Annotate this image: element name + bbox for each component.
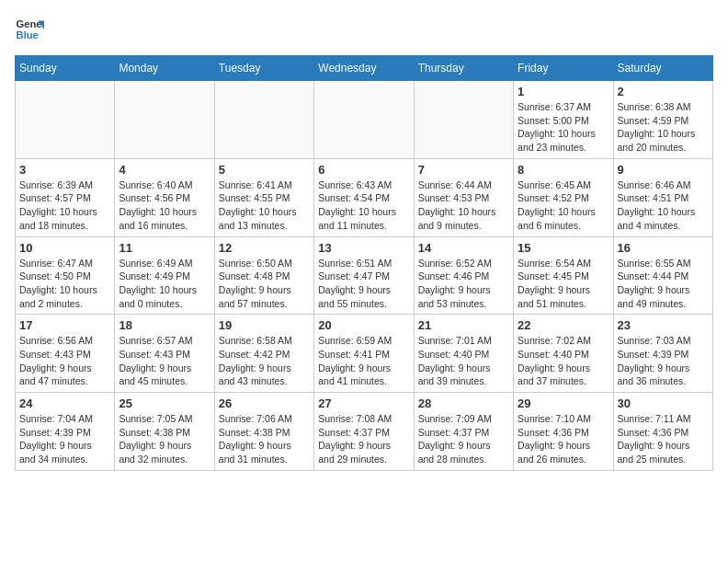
calendar-cell: 4Sunrise: 6:40 AM Sunset: 4:56 PM Daylig… <box>115 158 214 236</box>
calendar-cell: 23Sunrise: 7:03 AM Sunset: 4:39 PM Dayli… <box>613 315 712 393</box>
day-number: 7 <box>418 163 509 177</box>
logo-icon: General Blue <box>15 15 44 44</box>
day-info: Sunrise: 6:57 AM Sunset: 4:43 PM Dayligh… <box>119 334 210 388</box>
calendar-cell: 20Sunrise: 6:59 AM Sunset: 4:41 PM Dayli… <box>314 315 414 393</box>
calendar-cell: 22Sunrise: 7:02 AM Sunset: 4:40 PM Dayli… <box>514 315 613 393</box>
day-number: 4 <box>119 163 210 177</box>
day-number: 11 <box>119 241 210 255</box>
day-info: Sunrise: 7:02 AM Sunset: 4:40 PM Dayligh… <box>518 334 609 388</box>
day-number: 19 <box>219 318 310 332</box>
day-number: 3 <box>19 163 110 177</box>
weekday-header: Thursday <box>414 56 513 81</box>
day-number: 25 <box>119 396 210 410</box>
day-info: Sunrise: 7:04 AM Sunset: 4:39 PM Dayligh… <box>19 412 110 466</box>
calendar-table: SundayMondayTuesdayWednesdayThursdayFrid… <box>15 55 713 471</box>
day-number: 22 <box>518 318 609 332</box>
weekday-header: Sunday <box>16 56 115 81</box>
calendar-week-row: 24Sunrise: 7:04 AM Sunset: 4:39 PM Dayli… <box>16 393 713 471</box>
day-number: 30 <box>618 396 709 410</box>
day-number: 24 <box>19 396 110 410</box>
day-info: Sunrise: 6:43 AM Sunset: 4:54 PM Dayligh… <box>318 178 409 233</box>
calendar-cell: 1Sunrise: 6:37 AM Sunset: 5:00 PM Daylig… <box>514 81 613 159</box>
weekday-header: Friday <box>514 56 613 81</box>
day-number: 6 <box>318 163 409 177</box>
day-number: 23 <box>618 318 709 332</box>
day-info: Sunrise: 7:05 AM Sunset: 4:38 PM Dayligh… <box>119 412 210 466</box>
day-info: Sunrise: 6:49 AM Sunset: 4:49 PM Dayligh… <box>119 257 210 311</box>
day-info: Sunrise: 6:55 AM Sunset: 4:44 PM Dayligh… <box>618 257 709 311</box>
day-number: 10 <box>19 241 110 255</box>
day-number: 16 <box>618 241 709 255</box>
calendar-cell: 24Sunrise: 7:04 AM Sunset: 4:39 PM Dayli… <box>16 393 115 471</box>
day-info: Sunrise: 7:03 AM Sunset: 4:39 PM Dayligh… <box>618 334 709 388</box>
day-number: 18 <box>119 318 210 332</box>
day-info: Sunrise: 6:51 AM Sunset: 4:47 PM Dayligh… <box>318 257 409 311</box>
day-info: Sunrise: 6:59 AM Sunset: 4:41 PM Dayligh… <box>318 334 409 388</box>
calendar-cell: 27Sunrise: 7:08 AM Sunset: 4:37 PM Dayli… <box>314 393 414 471</box>
calendar-cell: 29Sunrise: 7:10 AM Sunset: 4:36 PM Dayli… <box>514 393 613 471</box>
day-number: 20 <box>318 318 409 332</box>
day-info: Sunrise: 7:08 AM Sunset: 4:37 PM Dayligh… <box>318 412 409 466</box>
calendar-cell: 3Sunrise: 6:39 AM Sunset: 4:57 PM Daylig… <box>16 158 115 236</box>
day-info: Sunrise: 6:38 AM Sunset: 4:59 PM Dayligh… <box>618 100 709 155</box>
calendar-cell: 15Sunrise: 6:54 AM Sunset: 4:45 PM Dayli… <box>514 236 613 315</box>
calendar-cell: 25Sunrise: 7:05 AM Sunset: 4:38 PM Dayli… <box>115 393 214 471</box>
calendar-cell: 28Sunrise: 7:09 AM Sunset: 4:37 PM Dayli… <box>414 393 513 471</box>
calendar-cell: 6Sunrise: 6:43 AM Sunset: 4:54 PM Daylig… <box>314 158 414 236</box>
day-info: Sunrise: 6:56 AM Sunset: 4:43 PM Dayligh… <box>19 334 110 388</box>
day-info: Sunrise: 7:11 AM Sunset: 4:36 PM Dayligh… <box>618 412 709 466</box>
day-number: 5 <box>219 163 310 177</box>
day-info: Sunrise: 7:01 AM Sunset: 4:40 PM Dayligh… <box>418 334 509 388</box>
day-info: Sunrise: 6:37 AM Sunset: 5:00 PM Dayligh… <box>518 100 609 155</box>
day-info: Sunrise: 6:44 AM Sunset: 4:53 PM Dayligh… <box>418 178 509 233</box>
calendar-cell <box>115 81 214 159</box>
day-info: Sunrise: 6:54 AM Sunset: 4:45 PM Dayligh… <box>518 257 609 311</box>
day-info: Sunrise: 6:47 AM Sunset: 4:50 PM Dayligh… <box>19 257 110 311</box>
calendar-cell: 26Sunrise: 7:06 AM Sunset: 4:38 PM Dayli… <box>214 393 313 471</box>
day-number: 2 <box>618 85 709 98</box>
weekday-header: Saturday <box>613 56 712 81</box>
calendar-cell: 11Sunrise: 6:49 AM Sunset: 4:49 PM Dayli… <box>115 236 214 315</box>
calendar-cell: 17Sunrise: 6:56 AM Sunset: 4:43 PM Dayli… <box>16 315 115 393</box>
day-number: 17 <box>19 318 110 332</box>
day-number: 1 <box>518 85 609 98</box>
day-number: 27 <box>318 396 409 410</box>
day-number: 13 <box>318 241 409 255</box>
day-info: Sunrise: 6:58 AM Sunset: 4:42 PM Dayligh… <box>219 334 310 388</box>
calendar-cell: 13Sunrise: 6:51 AM Sunset: 4:47 PM Dayli… <box>314 236 414 315</box>
day-number: 9 <box>618 163 709 177</box>
day-info: Sunrise: 6:52 AM Sunset: 4:46 PM Dayligh… <box>418 257 509 311</box>
calendar-week-row: 1Sunrise: 6:37 AM Sunset: 5:00 PM Daylig… <box>16 81 713 159</box>
calendar-cell: 5Sunrise: 6:41 AM Sunset: 4:55 PM Daylig… <box>214 158 313 236</box>
calendar-cell: 30Sunrise: 7:11 AM Sunset: 4:36 PM Dayli… <box>613 393 712 471</box>
calendar-cell: 14Sunrise: 6:52 AM Sunset: 4:46 PM Dayli… <box>414 236 513 315</box>
weekday-header: Wednesday <box>314 56 414 81</box>
day-info: Sunrise: 6:50 AM Sunset: 4:48 PM Dayligh… <box>219 257 310 311</box>
day-info: Sunrise: 7:09 AM Sunset: 4:37 PM Dayligh… <box>418 412 509 466</box>
svg-text:General: General <box>17 18 44 29</box>
day-number: 14 <box>418 241 509 255</box>
calendar-cell: 8Sunrise: 6:45 AM Sunset: 4:52 PM Daylig… <box>514 158 613 236</box>
day-info: Sunrise: 6:41 AM Sunset: 4:55 PM Dayligh… <box>219 178 310 233</box>
calendar-cell: 7Sunrise: 6:44 AM Sunset: 4:53 PM Daylig… <box>414 158 513 236</box>
day-number: 29 <box>518 396 609 410</box>
calendar-cell: 16Sunrise: 6:55 AM Sunset: 4:44 PM Dayli… <box>613 236 712 315</box>
calendar-cell: 21Sunrise: 7:01 AM Sunset: 4:40 PM Dayli… <box>414 315 513 393</box>
weekday-header: Monday <box>115 56 214 81</box>
calendar-week-row: 17Sunrise: 6:56 AM Sunset: 4:43 PM Dayli… <box>16 315 713 393</box>
calendar-header-row: SundayMondayTuesdayWednesdayThursdayFrid… <box>16 56 713 81</box>
page-header: General Blue <box>15 15 713 44</box>
calendar-cell: 2Sunrise: 6:38 AM Sunset: 4:59 PM Daylig… <box>613 81 712 159</box>
day-info: Sunrise: 7:10 AM Sunset: 4:36 PM Dayligh… <box>518 412 609 466</box>
calendar-week-row: 3Sunrise: 6:39 AM Sunset: 4:57 PM Daylig… <box>16 158 713 236</box>
day-info: Sunrise: 7:06 AM Sunset: 4:38 PM Dayligh… <box>219 412 310 466</box>
day-number: 28 <box>418 396 509 410</box>
day-number: 12 <box>219 241 310 255</box>
logo: General Blue <box>15 15 48 44</box>
calendar-cell: 10Sunrise: 6:47 AM Sunset: 4:50 PM Dayli… <box>16 236 115 315</box>
day-info: Sunrise: 6:39 AM Sunset: 4:57 PM Dayligh… <box>19 178 110 233</box>
calendar-cell <box>414 81 513 159</box>
calendar-cell: 18Sunrise: 6:57 AM Sunset: 4:43 PM Dayli… <box>115 315 214 393</box>
svg-text:Blue: Blue <box>17 29 39 40</box>
day-info: Sunrise: 6:45 AM Sunset: 4:52 PM Dayligh… <box>518 178 609 233</box>
